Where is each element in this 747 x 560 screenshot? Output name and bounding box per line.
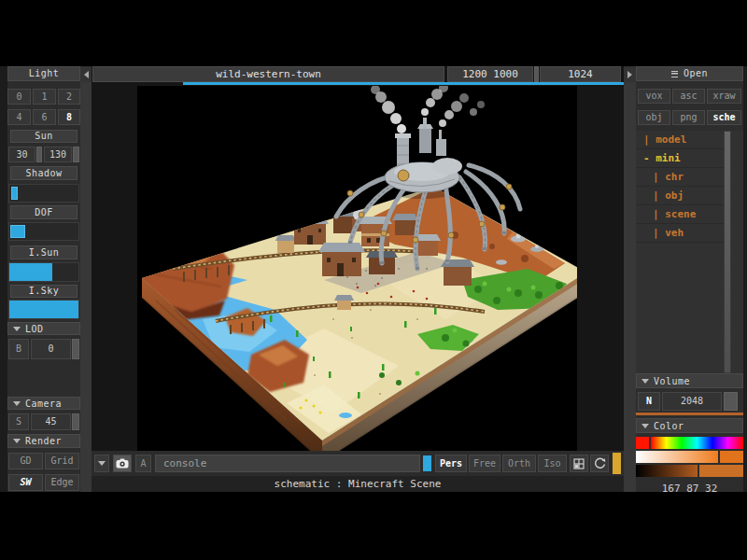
intensity-sky-header[interactable]: I.Sky <box>10 285 78 298</box>
light-count-4[interactable]: 4 <box>7 109 31 125</box>
camera-fov-field[interactable]: 45 <box>31 413 71 430</box>
value-swatch[interactable] <box>699 465 743 477</box>
intensity-sky-slider[interactable] <box>8 300 79 319</box>
rotate-icon <box>594 457 606 469</box>
light-count-2[interactable]: 2 <box>58 89 80 105</box>
render-gd-button[interactable]: GD <box>8 453 43 469</box>
volume-drag-handle[interactable] <box>724 392 738 411</box>
projection-orth-button[interactable]: Orth <box>502 455 536 472</box>
camera-drag-handle[interactable] <box>72 413 79 430</box>
layout-grid-icon <box>573 458 585 469</box>
volume-label: Volume <box>654 374 690 388</box>
sun-azimuth-field[interactable]: 130 <box>44 147 72 162</box>
project-title[interactable]: wild-western-town <box>92 66 444 82</box>
orange-divider <box>636 413 743 415</box>
chevron-right-icon <box>627 71 632 78</box>
dof-slider[interactable] <box>8 222 79 241</box>
light-count-8[interactable]: 8 <box>58 109 80 125</box>
volume-section-header[interactable]: Volume <box>636 373 743 388</box>
render-grid-button[interactable]: Grid <box>45 453 79 469</box>
main-ui-band: Light 0 1 2 4 6 8 Sun 30 130 Shadow DOF … <box>0 66 747 492</box>
intensity-sky-fill[interactable] <box>9 301 78 318</box>
color-section-header[interactable]: Color <box>636 418 743 433</box>
console-dropdown-button[interactable] <box>94 455 109 472</box>
collapse-triangle-icon <box>13 401 21 406</box>
render-label: Render <box>25 434 62 448</box>
file-item-veh[interactable]: | veh <box>636 224 724 243</box>
collapse-triangle-icon <box>13 439 21 443</box>
sun-angle-field[interactable]: 30 <box>8 147 35 162</box>
hue-current-swatch[interactable] <box>636 437 649 449</box>
app-window: Light 0 1 2 4 6 8 Sun 30 130 Shadow DOF … <box>0 0 747 560</box>
light-panel: Light 0 1 2 4 6 8 Sun 30 130 Shadow DOF … <box>7 66 80 492</box>
sample-count-field[interactable]: 1024 <box>540 66 621 82</box>
projection-pers-button[interactable]: Pers <box>435 455 467 472</box>
shadow-section-header[interactable]: Shadow <box>10 166 78 180</box>
lod-label: LOD <box>25 322 44 336</box>
light-count-6[interactable]: 6 <box>33 109 56 125</box>
format-tab-obj[interactable]: obj <box>638 110 670 125</box>
shadow-slider-handle[interactable] <box>11 187 18 200</box>
saturation-swatch[interactable] <box>720 451 743 463</box>
format-tab-vox[interactable]: vox <box>638 89 670 104</box>
file-item-chr[interactable]: | chr <box>636 168 724 187</box>
sun-section-header[interactable]: Sun <box>10 130 78 143</box>
projection-free-button[interactable]: Free <box>469 455 500 472</box>
sun-azimuth-drag-handle[interactable] <box>73 147 79 162</box>
dof-section-header[interactable]: DOF <box>10 205 78 219</box>
collapse-right-panel-button[interactable] <box>624 66 636 82</box>
render-canvas[interactable] <box>137 86 577 451</box>
lod-value-field[interactable]: 0 <box>31 339 71 359</box>
open-panel-header[interactable]: Open <box>636 66 743 81</box>
file-item-scene[interactable]: | scene <box>636 205 724 224</box>
camera-icon <box>116 458 129 469</box>
format-tab-png[interactable]: png <box>672 110 705 125</box>
value-slider[interactable] <box>636 465 698 477</box>
file-list-scrollbar[interactable] <box>724 131 731 373</box>
view-layout-button[interactable] <box>570 455 588 472</box>
format-tab-sche[interactable]: sche <box>707 110 741 125</box>
file-item-mini[interactable]: - mini <box>636 149 724 168</box>
lod-section-header[interactable]: LOD <box>7 322 80 335</box>
console-input[interactable] <box>155 455 420 472</box>
voxel-scene <box>137 86 577 451</box>
projection-iso-button[interactable]: Iso <box>538 455 567 472</box>
format-tab-xraw[interactable]: xraw <box>707 89 741 104</box>
light-count-0[interactable]: 0 <box>7 89 31 105</box>
camera-section-header[interactable]: Camera <box>7 397 80 410</box>
hue-slider[interactable] <box>651 437 743 449</box>
render-edge-button[interactable]: Edge <box>45 474 79 491</box>
light-count-1[interactable]: 1 <box>33 89 56 105</box>
rgb-readout: 167 87 32 <box>636 482 743 497</box>
dof-slider-handle[interactable] <box>10 225 25 238</box>
auto-toggle-button[interactable]: A <box>135 455 151 472</box>
sun-angle-drag-handle[interactable] <box>36 147 42 162</box>
render-section-header[interactable]: Render <box>7 434 80 448</box>
collapse-triangle-icon <box>641 424 649 428</box>
reset-view-button[interactable] <box>590 455 609 472</box>
file-item-obj[interactable]: | obj <box>636 187 724 205</box>
light-panel-header[interactable]: Light <box>7 66 80 81</box>
intensity-sun-slider[interactable] <box>8 262 79 282</box>
volume-size-field[interactable]: 2048 <box>662 392 722 411</box>
volume-mode-button[interactable]: N <box>638 392 660 411</box>
menu-icon <box>671 71 678 77</box>
open-panel: Open vox asc xraw obj png sche | model -… <box>636 66 743 492</box>
shadow-slider[interactable] <box>8 184 79 203</box>
render-sw-button[interactable]: SW <box>8 474 43 491</box>
intensity-sun-header[interactable]: I.Sun <box>10 245 78 259</box>
left-panel-gutter <box>80 66 92 492</box>
render-size-field[interactable]: 1200 1000 <box>447 66 533 82</box>
intensity-sun-fill[interactable] <box>9 263 52 281</box>
saturation-slider[interactable] <box>636 451 718 463</box>
screenshot-button[interactable] <box>113 455 132 472</box>
lod-drag-handle[interactable] <box>72 339 79 359</box>
size-drag-handle[interactable] <box>534 66 539 82</box>
collapse-left-panel-button[interactable] <box>80 66 92 82</box>
lod-mode-button[interactable]: B <box>8 339 29 359</box>
color-label: Color <box>654 419 684 433</box>
file-item-model[interactable]: | model <box>636 131 724 149</box>
camera-mode-button[interactable]: S <box>8 413 29 430</box>
format-tab-asc[interactable]: asc <box>672 89 705 104</box>
viewport: wild-western-town 1200 1000 1024 <box>92 66 624 492</box>
